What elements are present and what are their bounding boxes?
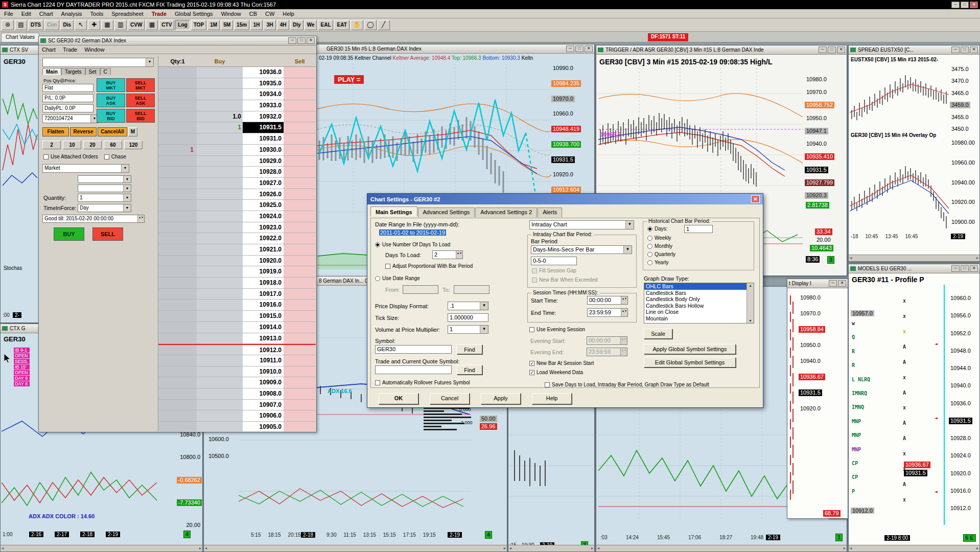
ladder-row[interactable]: 10929.0: [158, 156, 316, 167]
ladder-row[interactable]: 10916.0: [158, 300, 316, 311]
weekly-radio[interactable]: [647, 236, 652, 241]
ladder-qty-cell[interactable]: [158, 333, 197, 344]
ladder-qty-cell[interactable]: [158, 278, 197, 288]
ladder-buy-cell[interactable]: [197, 67, 243, 78]
graph-draw-option[interactable]: Line on Close: [644, 309, 754, 315]
ladder-row[interactable]: 10922.0: [158, 233, 316, 244]
use-attached-checkbox[interactable]: [43, 154, 49, 159]
grid-tool-icon[interactable]: ▦: [101, 20, 113, 30]
menu-item[interactable]: File: [0, 10, 17, 18]
trendline-tool-icon[interactable]: ╱: [378, 20, 390, 30]
ladder-row[interactable]: 10933.0: [158, 100, 316, 111]
ladder-sell-cell[interactable]: [284, 256, 316, 266]
timeframe-4h-button[interactable]: 4H: [277, 20, 289, 30]
ladder-sell-cell[interactable]: [284, 377, 316, 388]
tiv-grid-icon[interactable]: ▦: [146, 20, 158, 30]
buy-mkt-button[interactable]: BUY MKT: [97, 78, 125, 92]
ladder-buy-cell[interactable]: [197, 233, 243, 244]
ladder-row[interactable]: 10927.0: [158, 178, 316, 189]
ladder-qty-cell[interactable]: [158, 322, 197, 333]
symbol-combo[interactable]: [42, 58, 154, 67]
ladder-qty-cell[interactable]: [158, 266, 197, 277]
timeframe-15m-button[interactable]: 15m: [234, 20, 249, 30]
chart-values-tab[interactable]: Chart Values: [1, 33, 39, 42]
ladder-row[interactable]: 10925.0: [158, 200, 316, 211]
connect-button[interactable]: Con: [44, 20, 59, 30]
menu-item[interactable]: Edit: [17, 10, 35, 18]
fill-gap-checkbox[interactable]: [532, 268, 537, 273]
ladder-row[interactable]: 10918.0: [158, 278, 316, 289]
good-till-field[interactable]: Good till: 2015-02-20 00:00:00: [42, 215, 145, 223]
ladder-buy-cell[interactable]: [197, 211, 243, 222]
ladder-buy-cell[interactable]: [197, 377, 243, 388]
ladder-sell-cell[interactable]: [284, 400, 316, 410]
display-titlebar[interactable]: t Display I ─✕: [787, 279, 848, 288]
ladder-sell-cell[interactable]: [284, 244, 316, 255]
dom-menu-item[interactable]: Chart: [42, 47, 56, 53]
ladder-sell-cell[interactable]: [284, 410, 316, 421]
ladder-qty-cell[interactable]: [158, 300, 197, 310]
chase-checkbox[interactable]: [104, 154, 109, 159]
quarterly-radio[interactable]: [647, 252, 652, 257]
ladder-row[interactable]: 10917.0: [158, 289, 316, 300]
monthly-radio[interactable]: [647, 244, 652, 249]
cancel-button[interactable]: Cancel: [430, 393, 470, 404]
end-time-field[interactable]: 23:59:59: [587, 308, 628, 317]
ladder-sell-cell[interactable]: [284, 211, 316, 222]
tab-advanced-settings[interactable]: Advanced Settings: [418, 208, 475, 217]
ladder-row[interactable]: 10911.0: [158, 355, 316, 366]
price-format-combo[interactable]: .1: [448, 302, 488, 310]
hand-tool-icon[interactable]: ✋: [351, 20, 363, 30]
menu-item[interactable]: Global Settings: [171, 10, 217, 18]
ladder-buy-cell[interactable]: [197, 355, 243, 366]
ladder-sell-cell[interactable]: [284, 145, 316, 155]
ladder-row[interactable]: 10905.0: [158, 422, 316, 431]
scrollbar[interactable]: ◂▸: [1, 545, 202, 551]
dom-menu-item[interactable]: Trade: [63, 47, 77, 53]
close-button[interactable]: ✕: [838, 280, 846, 287]
order-type-combo[interactable]: Market: [42, 164, 129, 173]
new-bar-exceeded-checkbox[interactable]: [532, 278, 537, 283]
ladder-qty-cell[interactable]: [158, 167, 197, 177]
ladder-qty-cell[interactable]: [158, 377, 197, 388]
ladder-buy-cell[interactable]: 1: [197, 122, 243, 133]
ladder-qty-cell[interactable]: [158, 233, 197, 244]
graph-draw-option[interactable]: Mountain: [644, 315, 754, 322]
ladder-qty-cell[interactable]: [158, 366, 197, 377]
symbol-search-icon[interactable]: ⊛: [2, 20, 14, 30]
ladder-qty-cell[interactable]: [158, 200, 197, 211]
ladder-sell-cell[interactable]: [284, 388, 316, 399]
ladder-qty-cell[interactable]: [158, 289, 197, 300]
find-trade-symbol-button[interactable]: Find: [457, 365, 482, 375]
ladder-buy-cell[interactable]: [197, 345, 243, 355]
ladder-row[interactable]: 10935.0: [158, 78, 316, 89]
ladder-buy-cell[interactable]: [197, 311, 243, 321]
ladder-qty-cell[interactable]: [158, 189, 197, 200]
ladder-qty-cell[interactable]: [158, 133, 197, 144]
ladder-buy-cell[interactable]: [197, 333, 243, 344]
dom-titlebar[interactable]: SC GER30 #2 German DAX Index ─□✕: [39, 36, 316, 45]
ladder-row[interactable]: 1 10930.0: [158, 145, 316, 156]
tab-c[interactable]: C: [100, 68, 111, 75]
menu-item[interactable]: Help: [278, 10, 298, 18]
bar-period-combo[interactable]: Days-Mins-Secs Per Bar: [531, 245, 632, 254]
use-evening-checkbox[interactable]: [529, 327, 534, 332]
ladder-qty-cell[interactable]: [158, 410, 197, 421]
tab-alerts[interactable]: Alerts: [538, 208, 562, 217]
to-field[interactable]: [454, 285, 489, 294]
ladder-sell-cell[interactable]: [284, 111, 316, 122]
ladder-sell-cell[interactable]: [284, 300, 316, 310]
buy-button[interactable]: BUY: [54, 227, 84, 241]
tab-advanced-settings-2[interactable]: Advanced Settings 2: [475, 208, 537, 217]
load-weekend-checkbox[interactable]: [529, 370, 534, 375]
ladder-buy-cell[interactable]: [197, 422, 243, 431]
ladder-qty-cell[interactable]: [158, 256, 197, 266]
ladder-buy-cell[interactable]: [197, 178, 243, 189]
menu-item[interactable]: Analysis: [57, 10, 86, 18]
m-button[interactable]: M: [128, 127, 137, 136]
ladder-buy-cell[interactable]: [197, 200, 243, 211]
ladder-row[interactable]: 10914.0: [158, 322, 316, 333]
cancel-all-button[interactable]: CancelAll: [98, 127, 127, 136]
scale-button[interactable]: Scale: [644, 329, 672, 339]
chart-columns-icon[interactable]: ▥: [114, 20, 127, 30]
